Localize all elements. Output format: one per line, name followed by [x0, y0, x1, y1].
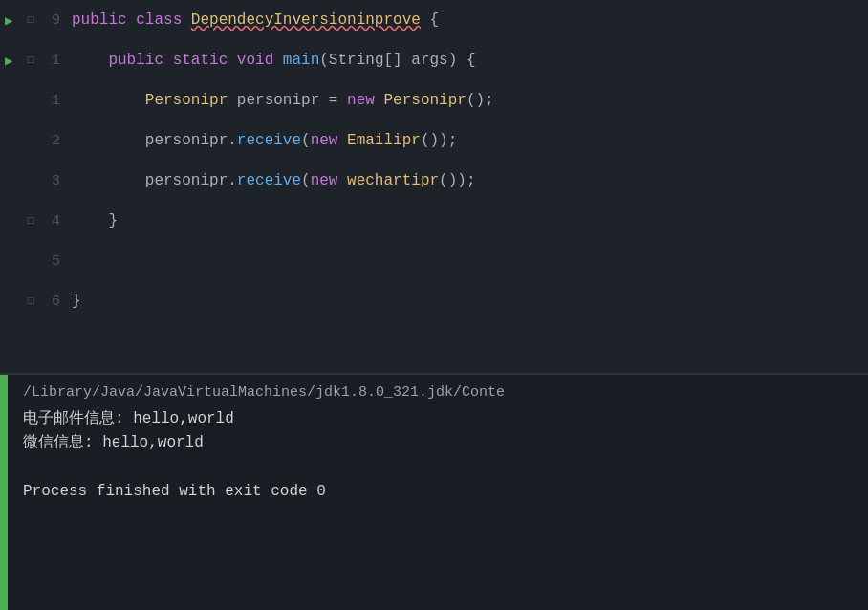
gutter-row-11: 1	[0, 80, 72, 120]
line-number-13: 3	[41, 173, 60, 189]
terminal-path: /Library/Java/JavaVirtualMachines/jdk1.8…	[23, 384, 853, 401]
editor-area: ▶ □ 9 ▶ □ 1 1 2	[0, 0, 868, 373]
terminal-output-wechat: 微信信息: hello,world	[23, 432, 853, 452]
terminal-area: /Library/Java/JavaVirtualMachines/jdk1.8…	[0, 373, 868, 610]
gutter-row-16: □ 6	[0, 281, 72, 321]
constructor-wechartipr-13: wechartipr	[347, 172, 439, 189]
terminal-output-email: 电子邮件信息: hello,world	[23, 408, 853, 428]
keyword-void-10: void	[237, 52, 283, 69]
code-line-9: public class DependecyInversioninprove {	[72, 0, 868, 40]
brace-close-14: }	[108, 212, 118, 229]
code-lines: public class DependecyInversioninprove {…	[72, 0, 868, 373]
method-receive-13: receive	[237, 172, 301, 189]
line-number-9: 9	[41, 12, 60, 29]
var-personipr-13: personipr.	[145, 172, 237, 189]
fold-icon-14[interactable]: □	[24, 215, 37, 227]
method-main-10: main	[283, 52, 319, 69]
brace-open-9: {	[421, 11, 439, 29]
line-number-10: 1	[41, 53, 60, 69]
terminal-content: /Library/Java/JavaVirtualMachines/jdk1.8…	[8, 375, 868, 610]
var-personipr-12: personipr.	[145, 132, 237, 149]
code-line-11: Personipr personipr = new Personipr();	[72, 80, 868, 120]
code-line-10: public static void main(String[] args) {	[72, 40, 868, 80]
fold-icon-10[interactable]: □	[24, 54, 37, 66]
constructor-Personipr-11: Personipr	[383, 92, 466, 109]
code-line-12: personipr.receive(new Emailipr());	[72, 120, 868, 161]
paren-open-12: (	[301, 132, 311, 149]
run-arrow-9[interactable]: ▶	[5, 12, 20, 29]
brace-close-16: }	[72, 293, 81, 310]
code-line-16: }	[72, 281, 868, 321]
fold-icon-16[interactable]: □	[24, 295, 37, 307]
run-arrow-10[interactable]: ▶	[5, 53, 20, 69]
paren-open-13: (	[301, 172, 311, 189]
keyword-static-10: static	[173, 52, 237, 69]
code-line-15	[72, 241, 868, 281]
gutter-row-15: 5	[0, 241, 72, 281]
paren-close-13: ());	[439, 172, 475, 189]
class-name-9: DependecyInversioninprove	[191, 11, 421, 29]
code-container: ▶ □ 9 ▶ □ 1 1 2	[0, 0, 868, 373]
code-line-14: }	[72, 201, 868, 241]
indent-14	[72, 212, 108, 229]
var-personipr-11: personipr =	[228, 92, 347, 109]
gutter-row-13: 3	[0, 161, 72, 201]
gutter-row-14: □ 4	[0, 201, 72, 241]
paren-11: ();	[467, 92, 494, 109]
terminal-status-bar	[0, 375, 8, 610]
keyword-new-11: new	[347, 92, 383, 109]
gutter-row-9: ▶ □ 9	[0, 0, 72, 40]
keyword-new-13: new	[311, 172, 347, 189]
line-number-15: 5	[41, 253, 60, 270]
line-gutter: ▶ □ 9 ▶ □ 1 1 2	[0, 0, 72, 373]
keyword-new-12: new	[311, 132, 347, 149]
terminal-process-exit: Process finished with exit code 0	[23, 483, 853, 500]
line-number-14: 4	[41, 213, 60, 229]
indent-10	[72, 52, 108, 69]
line-number-16: 6	[41, 294, 60, 310]
indent-12	[72, 132, 145, 149]
paren-close-12: ());	[421, 132, 457, 149]
empty-15	[72, 252, 81, 270]
type-Personipr-11: Personipr	[145, 92, 228, 109]
keyword-class-9: class	[136, 11, 191, 29]
constructor-Emailipr-12: Emailipr	[347, 132, 421, 149]
line-number-11: 1	[41, 93, 60, 109]
code-line-13: personipr.receive(new wechartipr());	[72, 161, 868, 201]
fold-icon-9[interactable]: □	[24, 14, 37, 26]
indent-13	[72, 172, 145, 189]
args-10: (String[] args) {	[319, 52, 475, 69]
method-receive-12: receive	[237, 132, 301, 149]
keyword-public-10: public	[108, 52, 172, 69]
gutter-row-10: ▶ □ 1	[0, 40, 72, 80]
gutter-row-12: 2	[0, 120, 72, 161]
terminal-blank-line	[23, 456, 853, 475]
indent-11	[72, 92, 145, 109]
keyword-public-9: public	[72, 11, 136, 29]
line-number-12: 2	[41, 133, 60, 149]
